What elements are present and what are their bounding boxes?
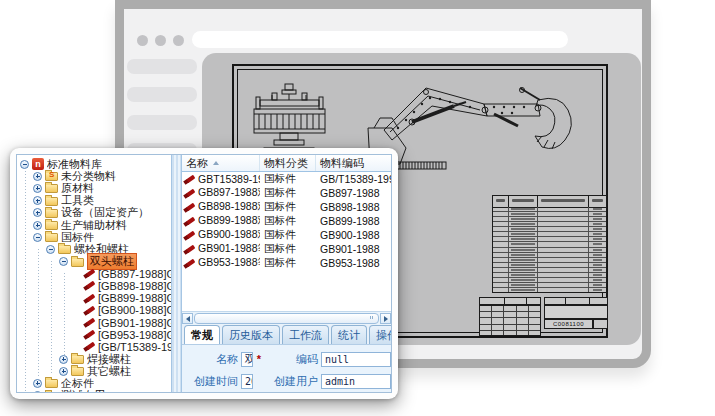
expand-icon[interactable] [33, 208, 42, 217]
part-icon [84, 329, 96, 340]
window-control-dot [137, 35, 148, 46]
tree-item[interactable]: 其它螺柱 [20, 365, 171, 377]
name-input[interactable]: 双头螺柱 [241, 352, 253, 367]
window-control-dot [155, 35, 166, 46]
collapse-icon[interactable] [46, 245, 55, 254]
sidebar-placeholder [127, 115, 197, 130]
folder-icon [45, 233, 58, 242]
material-library-panel: 标准物料库 未分类物料 原材料 工具类 设备（固定资产） [10, 148, 398, 399]
left-arrow-icon [186, 316, 190, 322]
table-row[interactable]: GB953-1988等... 国标件 GB953-1988 [182, 256, 391, 270]
panel-splitter[interactable] [171, 155, 182, 392]
table-row[interactable]: GB900-1988双... 国标件 GB900-1988 [182, 228, 391, 242]
sidebar-placeholder [127, 59, 197, 74]
title-block-grid [479, 305, 541, 336]
sort-asc-icon [213, 161, 219, 165]
folder-icon [71, 258, 84, 267]
sidebar-placeholder [127, 87, 197, 102]
tab-workflow[interactable]: 工作流 [282, 325, 329, 344]
scroll-right-button[interactable] [380, 313, 391, 324]
part-icon [184, 216, 196, 227]
table-row[interactable]: GB899-1988双... 国标件 GB899-1988 [182, 214, 391, 228]
tree-item-selected[interactable]: 双头螺柱 [20, 256, 171, 268]
table-row[interactable]: GBT15389-199... 国标件 GB/T15389-1994 [182, 172, 391, 186]
expand-icon[interactable] [59, 355, 68, 364]
right-arrow-icon [384, 316, 388, 322]
expand-icon[interactable] [33, 172, 42, 181]
part-icon [184, 188, 196, 199]
general-form: 名称 双头螺柱 * 编码 null 创建时间 2011-03-09 16:21:… [182, 345, 391, 392]
drawing-number: C0081100 [544, 319, 593, 329]
detail-tabs: 常规 历史版本 工作流 统计 操作日志 [182, 325, 391, 345]
title-block-cell [544, 305, 608, 319]
tree-item[interactable]: [GB899-1988]GB899-1 [20, 292, 171, 304]
column-header-category[interactable]: 物料分类 [260, 155, 316, 171]
tab-general[interactable]: 常规 [184, 325, 220, 344]
column-header-code[interactable]: 物料编码 [316, 155, 391, 171]
created-time-input[interactable]: 2011-03-09 16:21:30 [241, 374, 253, 389]
part-icon [184, 174, 196, 185]
table-row[interactable]: GB898-1988双... 国标件 GB898-1988 [182, 200, 391, 214]
tree-item[interactable]: [GB901-1988]GB901-1 [20, 316, 171, 328]
collapse-icon[interactable] [59, 257, 68, 266]
part-icon [84, 305, 96, 316]
part-icon [184, 258, 196, 269]
tree-item[interactable]: 未分类物料 [20, 170, 171, 182]
tab-statistics[interactable]: 统计 [331, 325, 367, 344]
created-user-label: 创建用户 [266, 374, 318, 389]
folder-icon [45, 209, 58, 218]
tree-item[interactable]: 测试专用 [20, 390, 171, 392]
expand-icon[interactable] [33, 221, 42, 230]
folder-icon [71, 367, 84, 376]
tree-item[interactable]: 生产辅助材料 [20, 219, 171, 231]
tree-item[interactable]: [GB897-1988]GB897-1 [20, 268, 171, 280]
tab-operation-log[interactable]: 操作日志 [369, 325, 392, 344]
table-empty-area [182, 270, 391, 311]
folder-icon [58, 245, 71, 254]
part-icon [84, 268, 96, 279]
column-header-name[interactable]: 名称 [182, 155, 260, 171]
part-icon [184, 202, 196, 213]
tab-history[interactable]: 历史版本 [222, 325, 280, 344]
scrollbar-thumb[interactable] [194, 313, 379, 324]
detail-panel: 名称 物料分类 物料编码 GBT15389-199... 国标件 GB/T153… [182, 155, 391, 392]
expand-icon[interactable] [59, 367, 68, 376]
folder-icon [45, 184, 58, 193]
title-block-cell [479, 297, 541, 305]
title-block-cell [593, 319, 608, 329]
material-tree: 标准物料库 未分类物料 原材料 工具类 设备（固定资产） [17, 155, 171, 392]
required-mark: * [257, 353, 261, 365]
part-icon [84, 293, 96, 304]
part-icon [84, 280, 96, 291]
expand-icon[interactable] [33, 184, 42, 193]
code-input[interactable]: null [321, 352, 391, 367]
folder-icon [71, 355, 84, 364]
created-time-label: 创建时间 [182, 374, 238, 389]
table-row[interactable]: GB897-1988双... 国标件 GB897-1988 [182, 186, 391, 200]
window-control-dot [173, 35, 184, 46]
expand-icon[interactable] [33, 196, 42, 205]
title-block: C0081100 [479, 297, 608, 337]
expand-icon[interactable] [33, 391, 42, 392]
address-bar[interactable] [192, 31, 568, 48]
horizontal-scrollbar[interactable] [182, 311, 391, 325]
name-label: 名称 [182, 352, 238, 367]
folder-icon [45, 197, 58, 206]
bom-rows [493, 207, 606, 292]
collapse-icon[interactable] [20, 160, 29, 169]
collapse-icon[interactable] [33, 233, 42, 242]
scroll-left-button[interactable] [182, 313, 193, 324]
window-controls [137, 35, 184, 46]
part-icon [184, 230, 196, 241]
created-user-input[interactable]: admin [321, 374, 391, 389]
part-icon [184, 244, 196, 255]
folder-icon [45, 379, 58, 388]
tree-item[interactable]: [GB900-1988]GB900-1 [20, 304, 171, 316]
tree-item[interactable]: [GB898-1988]GB898-1 [20, 280, 171, 292]
tree-item[interactable]: 原材料 [20, 182, 171, 194]
table-row[interactable]: GB901-1988等... 国标件 GB901-1988 [182, 242, 391, 256]
folder-icon [45, 221, 58, 230]
bom-table [492, 195, 607, 293]
expand-icon[interactable] [33, 379, 42, 388]
tree-item[interactable]: [GB953-1988]GB953-1 [20, 329, 171, 341]
